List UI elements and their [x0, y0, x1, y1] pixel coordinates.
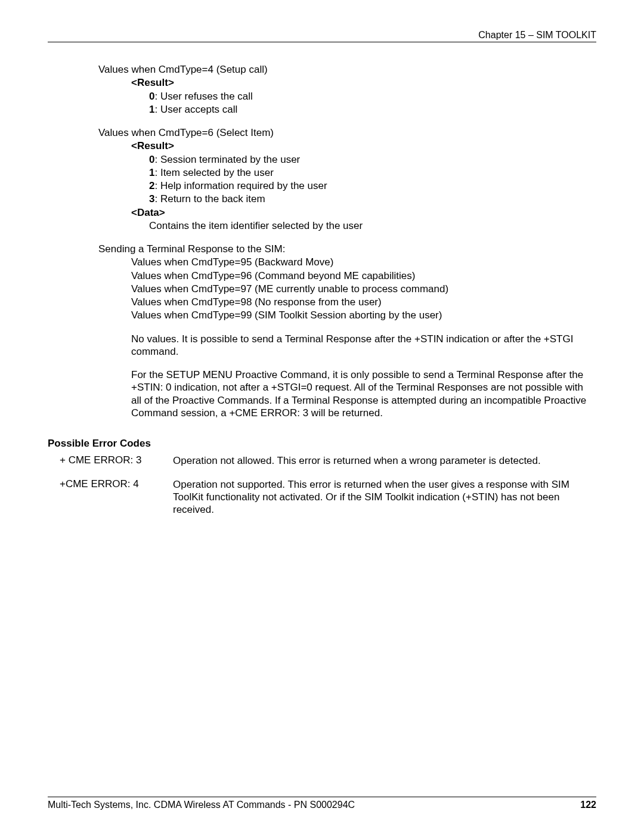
term-p2: For the SETUP MENU Proactive Command, it… [131, 368, 590, 419]
page-footer: Multi-Tech Systems, Inc. CDMA Wireless A… [48, 797, 596, 810]
cmd6-data-label: <Data> [131, 206, 590, 219]
cmd6-result-label: <Result> [131, 140, 590, 152]
term-l2: Values when CmdType=96 (Command beyond M… [131, 270, 590, 282]
terminal-response-block: Sending a Terminal Response to the SIM: … [98, 243, 590, 419]
error-row-2: +CME ERROR: 4 Operation not supported. T… [48, 478, 596, 516]
cmd6-title: Values when CmdType=6 (Select Item) [98, 126, 590, 139]
term-l5: Values when CmdType=99 (SIM Toolkit Sess… [131, 309, 590, 321]
cmd6-data-desc: Contains the item identifier selected by… [149, 219, 590, 232]
term-l1: Values when CmdType=95 (Backward Move) [131, 256, 590, 268]
page-header: Chapter 15 – SIM TOOLKIT [48, 30, 596, 42]
term-l4: Values when CmdType=98 (No response from… [131, 296, 590, 308]
term-l3: Values when CmdType=97 (ME currently una… [131, 283, 590, 295]
term-title: Sending a Terminal Response to the SIM: [98, 243, 590, 255]
cmd6-result-1: 1: Item selected by the user [149, 166, 590, 179]
cmd6-r3-text: : Return to the back item [154, 193, 265, 205]
page-content: Values when CmdType=4 (Setup call) <Resu… [48, 63, 596, 419]
chapter-title: Chapter 15 – SIM TOOLKIT [478, 30, 596, 40]
cmd4-r1-text: : User accepts call [154, 104, 237, 115]
error-desc-1: Operation not allowed. This error is ret… [173, 454, 596, 467]
cmd4-result-label: <Result> [131, 76, 590, 89]
errors-heading: Possible Error Codes [48, 437, 596, 450]
error-code-2: +CME ERROR: 4 [48, 478, 173, 516]
cmd6-r1-text: : Item selected by the user [154, 167, 273, 178]
term-p1: No values. It is possible to send a Term… [131, 333, 590, 358]
cmd6-r2-text: : Help information required by the user [154, 180, 327, 191]
cmd6-result-0: 0: Session terminated by the user [149, 153, 590, 166]
page-number: 122 [580, 800, 596, 810]
error-desc-2: Operation not supported. This error is r… [173, 478, 596, 516]
cmd4-r0-text: : User refuses the call [154, 91, 252, 102]
cmd6-r0-text: : Session terminated by the user [154, 154, 300, 165]
cmd6-result-3: 3: Return to the back item [149, 193, 590, 205]
cmdtype4-block: Values when CmdType=4 (Setup call) <Resu… [98, 63, 590, 116]
cmd4-title: Values when CmdType=4 (Setup call) [98, 63, 590, 76]
cmd4-result-0: 0: User refuses the call [149, 90, 590, 103]
error-codes-section: Possible Error Codes + CME ERROR: 3 Oper… [48, 437, 596, 516]
footer-text: Multi-Tech Systems, Inc. CDMA Wireless A… [48, 800, 355, 810]
cmd6-result-2: 2: Help information required by the user [149, 179, 590, 192]
cmdtype6-block: Values when CmdType=6 (Select Item) <Res… [98, 126, 590, 232]
cmd4-result-1: 1: User accepts call [149, 103, 590, 116]
error-code-1: + CME ERROR: 3 [48, 454, 173, 467]
error-row-1: + CME ERROR: 3 Operation not allowed. Th… [48, 454, 596, 467]
